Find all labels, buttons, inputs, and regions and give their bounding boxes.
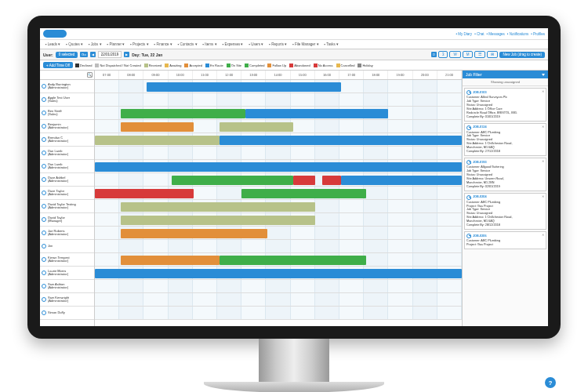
grid-row[interactable] (95, 253, 462, 267)
grid-row[interactable] (95, 147, 462, 160)
user-row[interactable]: Benjamin(Administrator) (40, 120, 94, 133)
schedule-bar[interactable] (95, 162, 462, 172)
schedule-bar[interactable] (220, 136, 462, 145)
view-month-button[interactable]: M (463, 51, 474, 58)
schedule-bar[interactable] (293, 176, 315, 185)
schedule-bar[interactable] (245, 109, 389, 118)
grid-row[interactable] (95, 307, 462, 320)
user-row[interactable]: Kieran Tempest(Administrator) (40, 253, 94, 267)
close-icon[interactable]: ✕ (542, 159, 544, 163)
grid-row[interactable] (95, 187, 462, 200)
user-row[interactable]: David Taylor(Manager) (40, 213, 94, 227)
schedule-bar[interactable] (322, 176, 340, 185)
user-row[interactable]: Andy Barrington(Administrator) (40, 80, 94, 93)
filter-icon[interactable] (542, 74, 545, 76)
job-card[interactable]: ✕JOB-0103Customer: Allied Surveyors PlcJ… (464, 88, 546, 122)
search-icon[interactable]: 🔍 (87, 72, 93, 78)
mainnav-item[interactable]: ▪ Reports ▾ (267, 42, 289, 47)
next-day-button[interactable]: ▶ (124, 52, 129, 57)
mainnav-item[interactable]: ▪ Jobs ▾ (86, 42, 104, 47)
user-row[interactable]: Ben Smith(Sales) (40, 107, 94, 120)
date-input[interactable]: 22/01/2019 (98, 51, 122, 58)
grid-row[interactable] (95, 93, 462, 107)
schedule-bar[interactable] (121, 122, 194, 132)
user-row[interactable]: Apple Test User(Sales) (40, 93, 94, 107)
grid-row[interactable] (95, 280, 462, 293)
grid-row[interactable] (95, 160, 462, 173)
job-card[interactable]: ✕JOB-0124Customer: ABC PlumbingJob Type:… (464, 123, 546, 157)
grid-row[interactable] (95, 200, 462, 213)
schedule-bar[interactable] (341, 176, 462, 185)
sidebar-header[interactable]: Job Filter (463, 71, 548, 78)
schedule-bar[interactable] (147, 82, 341, 92)
schedule-bar[interactable] (95, 136, 220, 145)
schedule-bar[interactable] (220, 122, 293, 132)
grid-row[interactable] (95, 120, 462, 133)
grid-row[interactable] (95, 80, 462, 93)
go-button[interactable]: Go (80, 52, 87, 57)
toggle-1-button[interactable]: ☰ (474, 51, 485, 58)
schedule-bar[interactable] (121, 202, 315, 212)
mainnav-item[interactable]: ▪ Finance ▾ (152, 42, 175, 47)
user-row[interactable]: Joe Roberts(Administrator) (40, 227, 94, 240)
job-card[interactable]: ✕JOB-0204Customer: ABC PlumbingProject: … (464, 193, 546, 230)
new-job-button[interactable]: New Job (drag to create) (499, 52, 545, 58)
topnav-link[interactable]: • My Diary (456, 32, 473, 36)
mainnav-item[interactable]: ▪ Users ▾ (246, 42, 266, 47)
schedule-bar[interactable] (241, 189, 366, 198)
schedule-bar[interactable] (121, 256, 220, 265)
schedule-bar[interactable] (121, 109, 245, 118)
user-row[interactable]: Sam Ashton(Administrator) (40, 280, 94, 293)
mainnav-item[interactable]: ▪ Projects ▾ (128, 42, 151, 47)
mainnav-item[interactable]: ▪ Leads ▾ (43, 42, 63, 47)
schedule-bar[interactable] (172, 176, 292, 185)
topnav-link[interactable]: • Profiles (531, 32, 545, 36)
user-row[interactable]: Sam Kenwright(Administrator) (40, 293, 94, 307)
grid-row[interactable] (95, 267, 462, 280)
mainnav-item[interactable]: ▪ File Manager ▾ (290, 42, 321, 47)
mainnav-item[interactable]: ▪ Items ▾ (201, 42, 220, 47)
grid-row[interactable] (95, 173, 462, 187)
grid-row[interactable] (95, 107, 462, 120)
user-row[interactable]: Dan Lamb(Administrator) (40, 160, 94, 173)
topnav-link[interactable]: • Messages (486, 32, 504, 36)
topnav-link[interactable]: • Notifications (507, 32, 528, 36)
timeline[interactable]: 07:0008:0009:0010:0011:0012:0013:0014:00… (95, 71, 462, 326)
topnav-link[interactable]: • Chat (474, 32, 484, 36)
user-row[interactable]: Simon Duffy (40, 307, 94, 320)
close-icon[interactable]: ✕ (542, 194, 544, 198)
user-row[interactable]: Dave Taylor(Administrator) (40, 187, 94, 200)
grid-row[interactable] (95, 227, 462, 240)
mainnav-item[interactable]: ▪ Tasks ▾ (322, 42, 342, 47)
schedule-bar[interactable] (95, 269, 462, 278)
schedule-bar[interactable] (220, 256, 366, 265)
user-row[interactable]: Dave Ashbel(Administrator) (40, 173, 94, 187)
view-3day-button[interactable]: 3 (438, 51, 448, 58)
close-icon[interactable]: ✕ (542, 89, 544, 93)
mainnav-item[interactable]: ▪ Quotes ▾ (64, 42, 85, 47)
close-icon[interactable]: ✕ (542, 233, 544, 237)
grid-row[interactable] (95, 240, 462, 253)
view-day-button[interactable]: D (431, 52, 437, 57)
schedule-bar[interactable] (121, 216, 315, 225)
job-card[interactable]: ✕JOB-0193Customer: Allgood GutteringJob … (464, 158, 546, 191)
schedule-bar[interactable] (121, 229, 267, 238)
user-row[interactable]: Brendan C(Administrator) (40, 133, 94, 147)
close-icon[interactable]: ✕ (542, 125, 544, 129)
user-select-button[interactable]: 0 selected (56, 52, 78, 58)
user-row[interactable]: Jim (40, 240, 94, 253)
add-time-off-button[interactable]: + Add Time Off (43, 62, 73, 68)
grid-row[interactable] (95, 293, 462, 307)
user-row[interactable]: David Taylor Testing(Administrator) (40, 200, 94, 213)
toggle-2-button[interactable]: ⊞ (487, 51, 498, 58)
grid-row[interactable] (95, 133, 462, 147)
user-row[interactable]: Dan Lamb(Administrator) (40, 147, 94, 160)
schedule-bar[interactable] (95, 189, 194, 198)
grid-row[interactable] (95, 213, 462, 227)
prev-day-button[interactable]: ◀ (90, 52, 96, 57)
view-week-button[interactable]: W (449, 51, 460, 58)
user-row[interactable]: Laurie Morris(Administrator) (40, 267, 94, 280)
job-card[interactable]: ✕JOB-0206Customer: ABC PlumbingProject: … (464, 231, 546, 249)
mainnav-item[interactable]: ▪ Planner ▾ (105, 42, 128, 47)
mainnav-item[interactable]: ▪ Expenses ▾ (220, 42, 246, 47)
